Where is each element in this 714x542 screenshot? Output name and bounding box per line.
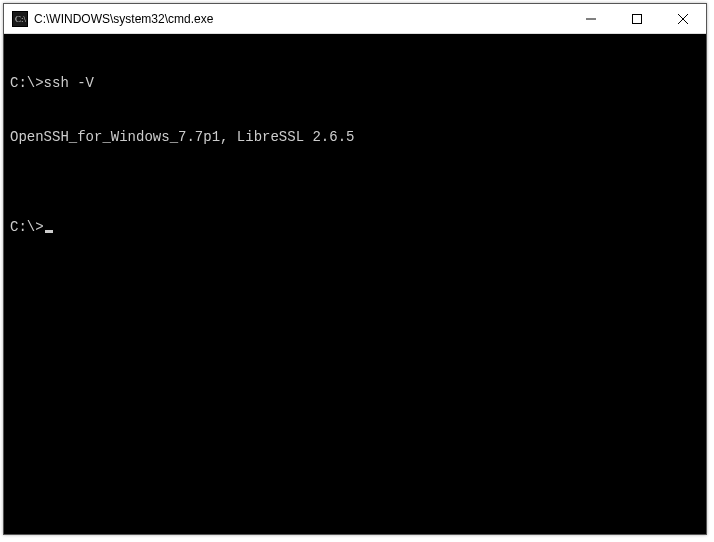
prompt: C:\> [10,218,44,236]
titlebar[interactable]: C:\ C:\WINDOWS\system32\cmd.exe [4,4,706,34]
terminal-area[interactable]: C:\>ssh -V OpenSSH_for_Windows_7.7p1, Li… [4,34,706,534]
cmd-icon: C:\ [12,11,28,27]
window-controls [568,4,706,33]
svg-rect-4 [633,14,642,23]
prompt: C:\> [10,75,44,91]
maximize-button[interactable] [614,4,660,33]
terminal-line: C:\> [10,218,700,236]
terminal-line: C:\>ssh -V [10,74,700,92]
close-button[interactable] [660,4,706,33]
window-title: C:\WINDOWS\system32\cmd.exe [34,12,568,26]
command-text: ssh -V [44,75,94,91]
cursor [45,230,53,233]
terminal-output: OpenSSH_for_Windows_7.7p1, LibreSSL 2.6.… [10,128,700,146]
cmd-window: C:\ C:\WINDOWS\system32\cmd.exe C:\>ssh … [3,3,707,535]
minimize-button[interactable] [568,4,614,33]
svg-text:C:\: C:\ [15,14,27,24]
